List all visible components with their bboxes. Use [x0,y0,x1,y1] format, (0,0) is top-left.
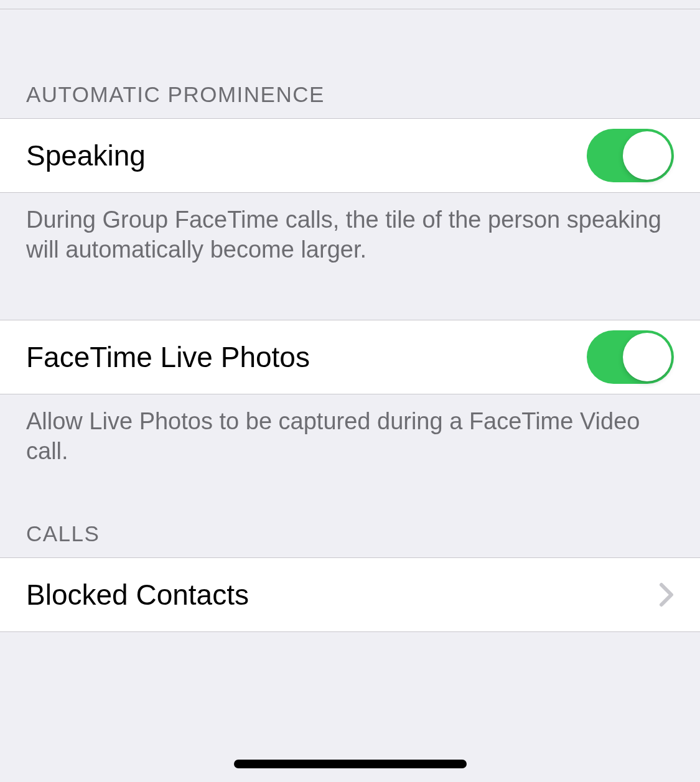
toggle-knob [623,333,671,381]
top-divider [0,9,700,9]
speaking-footer: During Group FaceTime calls, the tile of… [0,193,700,265]
speaking-toggle[interactable] [587,129,674,182]
speaking-label: Speaking [26,139,587,172]
chevron-right-icon [659,582,674,607]
toggle-knob [623,131,671,180]
live-photos-footer: Allow Live Photos to be captured during … [0,394,700,467]
facetime-live-photos-label: FaceTime Live Photos [26,340,587,374]
facetime-live-photos-toggle[interactable] [587,330,674,384]
blocked-contacts-label: Blocked Contacts [26,578,659,612]
blocked-contacts-row[interactable]: Blocked Contacts [0,557,700,632]
home-indicator [234,760,467,768]
facetime-live-photos-row[interactable]: FaceTime Live Photos [0,320,700,394]
section-header-calls: CALLS [0,467,700,557]
section-header-automatic-prominence: AUTOMATIC PROMINENCE [0,0,700,118]
speaking-row[interactable]: Speaking [0,118,700,193]
